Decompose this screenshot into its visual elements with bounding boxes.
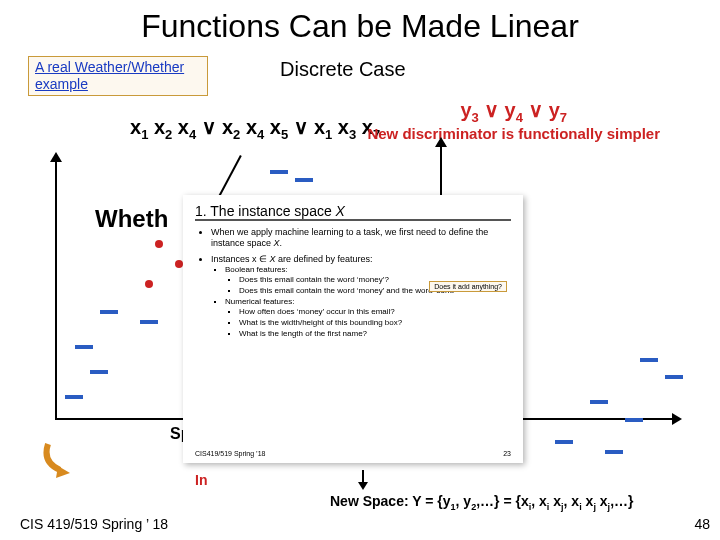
- footer-course: CIS 419/519 Spring ’ 18: [20, 516, 168, 532]
- formula-right: y3 ∨ y4 ∨ y7 New discriminator is functi…: [367, 98, 660, 142]
- data-point-blue: [555, 440, 573, 444]
- data-point-blue: [590, 400, 608, 404]
- data-point-blue: [625, 418, 643, 422]
- data-point-blue: [640, 358, 658, 362]
- inset-callout: Does it add anything?: [429, 281, 507, 292]
- data-point-red: [175, 260, 183, 268]
- svg-marker-0: [56, 466, 70, 478]
- weather-link-text: A real Weather/Whether example: [35, 59, 201, 93]
- formula-right-expr: y3 ∨ y4 ∨ y7: [460, 99, 567, 121]
- whether-label: Wheth: [95, 205, 168, 233]
- inset-bullet: Instances x ∈ X are defined by features:…: [211, 254, 511, 339]
- inset-subsubbullet: What is the width/height of this boundin…: [239, 318, 511, 328]
- data-point-blue: [270, 170, 288, 174]
- data-point-red: [145, 280, 153, 288]
- axis-vertical: [55, 160, 57, 420]
- data-point-blue: [100, 310, 118, 314]
- data-point-blue: [75, 345, 93, 349]
- footer-pagenum: 48: [694, 516, 710, 532]
- in-label: In: [195, 472, 207, 488]
- arrow-down-icon: [362, 470, 364, 484]
- inset-footer-right: 23: [503, 450, 511, 457]
- inset-subsubbullet: How often does ‘money’ occur in this ema…: [239, 307, 511, 317]
- slide-title: Functions Can be Made Linear: [0, 0, 720, 45]
- arrow-right-icon: [672, 413, 682, 425]
- arrow-up-icon: [50, 152, 62, 162]
- curved-arrow-icon: [40, 440, 100, 480]
- data-point-blue: [65, 395, 83, 399]
- subtitle: Discrete Case: [280, 58, 406, 81]
- data-point-blue: [90, 370, 108, 374]
- weather-link-box[interactable]: A real Weather/Whether example: [28, 56, 208, 96]
- inset-footer-left: CIS419/519 Spring ’18: [195, 450, 265, 457]
- data-point-blue: [665, 375, 683, 379]
- inset-slide: 1. The instance space X When we apply ma…: [183, 195, 523, 463]
- data-point-blue: [295, 178, 313, 182]
- discriminator-caption: New discriminator is functionally simple…: [367, 125, 660, 142]
- inset-subbullet: Numerical features: How often does ‘mone…: [225, 297, 511, 339]
- data-point-blue: [605, 450, 623, 454]
- data-point-red: [155, 240, 163, 248]
- formula-left: x1 x2 x4 ∨ x2 x4 x5 ∨ x1 x3 x7: [130, 115, 380, 142]
- inset-subsubbullet: What is the length of the first name?: [239, 329, 511, 339]
- inset-title: 1. The instance space X: [195, 203, 511, 221]
- inset-bullet: When we apply machine learning to a task…: [211, 227, 511, 250]
- data-point-blue: [140, 320, 158, 324]
- new-space-formula: New Space: Y = {y1, y2,…} = {xi, xi xj, …: [330, 493, 633, 512]
